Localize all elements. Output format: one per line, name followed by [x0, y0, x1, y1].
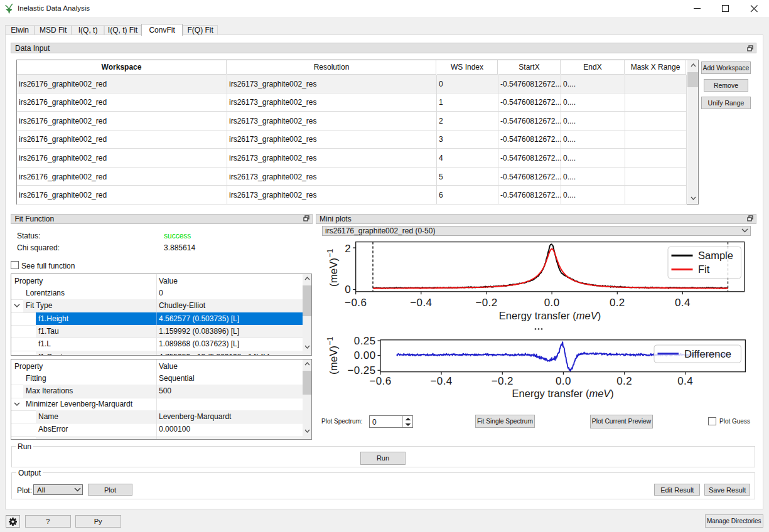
- svg-text:−0.6: −0.6: [369, 375, 391, 387]
- svg-text:0.25: 0.25: [354, 335, 376, 347]
- svg-text:(meV)−1: (meV)−1: [326, 248, 340, 287]
- svg-text:−0.4: −0.4: [410, 297, 432, 309]
- svg-text:0.4: 0.4: [677, 375, 693, 387]
- svg-text:2: 2: [345, 243, 351, 255]
- svg-text:0.2: 0.2: [610, 297, 625, 309]
- svg-text:−0.2: −0.2: [475, 297, 497, 309]
- svg-text:0: 0: [345, 284, 351, 295]
- svg-text:0.4: 0.4: [675, 297, 691, 309]
- svg-text:Sample: Sample: [698, 250, 733, 261]
- svg-text:0.2: 0.2: [616, 375, 632, 387]
- svg-text:−0.6: −0.6: [345, 297, 367, 309]
- svg-text:(meV)−1: (meV)−1: [326, 336, 340, 375]
- svg-text:−0.4: −0.4: [431, 375, 453, 387]
- svg-text:Energy transfer (meV): Energy transfer (meV): [499, 310, 601, 321]
- svg-text:0.00: 0.00: [354, 349, 376, 361]
- svg-text:0.0: 0.0: [556, 375, 571, 387]
- svg-text:Energy transfer (meV): Energy transfer (meV): [512, 388, 614, 399]
- svg-text:Fit: Fit: [698, 263, 710, 275]
- svg-text:0.0: 0.0: [544, 297, 560, 309]
- svg-text:Difference: Difference: [684, 348, 731, 359]
- svg-text:−0.2: −0.2: [492, 375, 514, 387]
